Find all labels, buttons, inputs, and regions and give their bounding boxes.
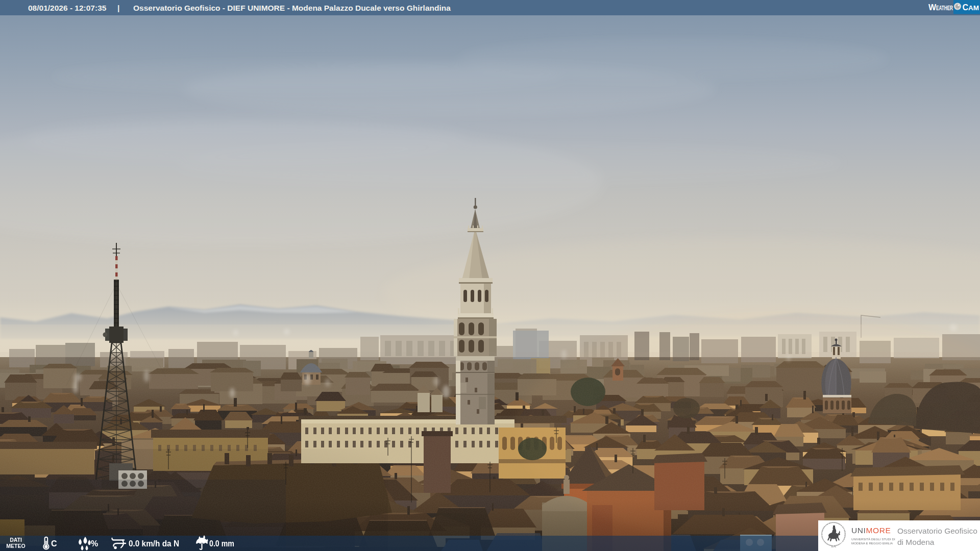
svg-text:1175: 1175: [831, 545, 836, 548]
svg-text:0.0 mm: 0.0 mm: [209, 539, 234, 548]
svg-text:W: W: [928, 3, 937, 12]
svg-text:AM: AM: [968, 5, 979, 12]
svg-text:EATHER: EATHER: [936, 5, 953, 12]
svg-text:di Modena: di Modena: [897, 538, 935, 546]
svg-text:C: C: [963, 3, 969, 12]
svg-text:|: |: [117, 4, 119, 12]
svg-text:UNIVERSITAS STUDIORUM MUTINENS: UNIVERSITAS STUDIORUM MUTINENSIS ET REGI…: [0, 0, 846, 547]
svg-text:08/01/2026 - 12:07:35: 08/01/2026 - 12:07:35: [28, 4, 107, 12]
svg-text:UNIVERSITÀ DEGLI STUDI DI: UNIVERSITÀ DEGLI STUDI DI: [851, 537, 895, 541]
svg-text:Osservatorio Geofisico - DIEF: Osservatorio Geofisico - DIEF UNIMORE - …: [133, 4, 451, 12]
svg-text:%: %: [91, 539, 98, 548]
svg-text:DATI: DATI: [10, 537, 22, 543]
svg-text:MODENA E REGGIO EMILIA: MODENA E REGGIO EMILIA: [851, 541, 893, 545]
svg-text:UNIMORE: UNIMORE: [851, 526, 891, 535]
svg-text:METEO: METEO: [6, 543, 25, 549]
svg-text:Osservatorio Geofisico: Osservatorio Geofisico: [897, 527, 977, 535]
svg-text:C: C: [51, 539, 57, 548]
svg-text:0.0 km/h da N: 0.0 km/h da N: [129, 539, 179, 548]
